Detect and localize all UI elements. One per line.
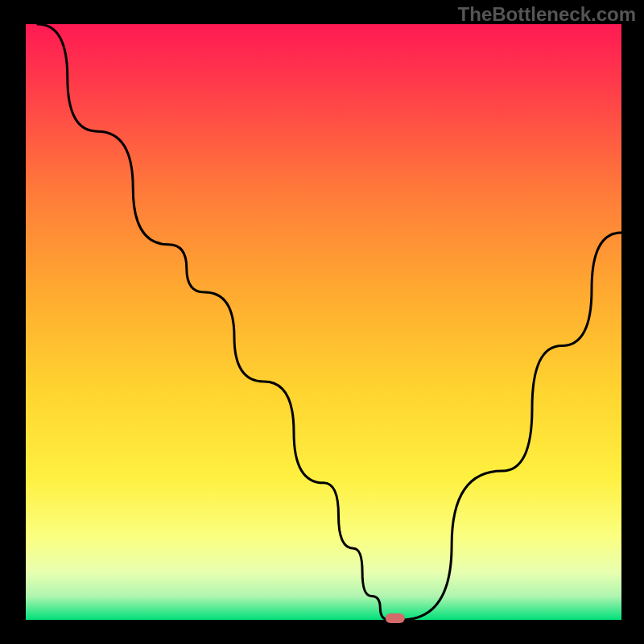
chart-container: TheBottleneck.com [0, 0, 644, 644]
watermark-text: TheBottleneck.com [458, 3, 636, 26]
bottleneck-chart [0, 0, 644, 644]
optimal-marker [386, 613, 405, 623]
plot-background [26, 24, 621, 620]
